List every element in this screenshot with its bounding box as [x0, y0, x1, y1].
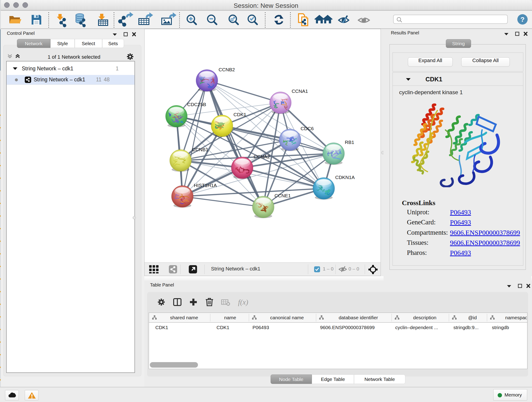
svg-text:CCNB2: CCNB2: [219, 67, 235, 72]
svg-text:CDKN1A: CDKN1A: [335, 175, 355, 180]
svg-text:CCNA2: CCNA2: [254, 154, 270, 159]
svg-text:RB1: RB1: [345, 140, 354, 145]
svg-text:CCNB1: CCNB1: [192, 147, 208, 152]
svg-text:HIST1H1A: HIST1H1A: [194, 183, 217, 188]
svg-text:CCNA1: CCNA1: [292, 89, 308, 94]
svg-text:CCNE1: CCNE1: [274, 193, 291, 198]
svg-text:CDK1: CDK1: [234, 112, 246, 117]
svg-text:f(x): f(x): [238, 298, 248, 306]
svg-text:CDC25B: CDC25B: [187, 102, 206, 107]
svg-text:CDC6: CDC6: [301, 126, 314, 131]
